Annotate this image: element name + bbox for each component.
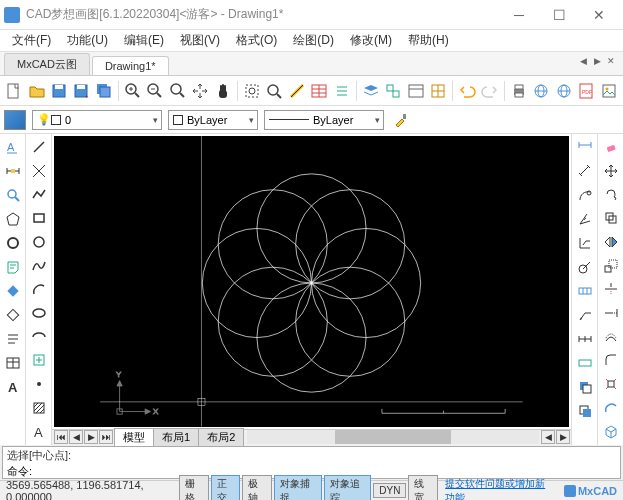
image-button[interactable] xyxy=(598,79,618,103)
save-button[interactable] xyxy=(49,79,69,103)
canvas[interactable]: Y X xyxy=(54,136,569,427)
table-button[interactable] xyxy=(309,79,329,103)
hscroll-left-button[interactable]: ◀ xyxy=(541,430,555,444)
layout-tab-2[interactable]: 布局2 xyxy=(198,428,244,447)
text-style-button[interactable]: A xyxy=(2,136,24,158)
save-all-button[interactable] xyxy=(94,79,114,103)
hatch-tool-button[interactable] xyxy=(28,397,50,419)
tab-prev-icon[interactable]: ◀ xyxy=(577,55,589,67)
tab-mxcad-cloud[interactable]: MxCAD云图 xyxy=(4,53,90,75)
zoom-fit-button[interactable] xyxy=(168,79,188,103)
trim-button[interactable] xyxy=(600,278,622,300)
table2-button[interactable] xyxy=(2,352,24,374)
hscroll-right-button[interactable]: ▶ xyxy=(556,430,570,444)
ellipse-arc-button[interactable] xyxy=(28,326,50,348)
layer-swatch-icon[interactable] xyxy=(4,110,26,130)
fillet-button[interactable] xyxy=(600,350,622,372)
stretch-arc-button[interactable] xyxy=(600,397,622,419)
mirror-button[interactable] xyxy=(600,231,622,253)
mtext-tool-button[interactable]: A xyxy=(28,421,50,443)
construction-line-button[interactable] xyxy=(28,160,50,182)
dim-angular-button[interactable] xyxy=(574,208,596,230)
line-tool-button[interactable] xyxy=(28,136,50,158)
web-button[interactable] xyxy=(531,79,551,103)
measure-button[interactable] xyxy=(287,79,307,103)
open-file-button[interactable] xyxy=(26,79,46,103)
redo-button[interactable] xyxy=(480,79,500,103)
match-properties-button[interactable] xyxy=(390,109,412,131)
h-scrollbar[interactable] xyxy=(247,430,539,444)
list-button[interactable] xyxy=(331,79,351,103)
menu-modify[interactable]: 修改(M) xyxy=(342,30,400,51)
pan-button[interactable] xyxy=(190,79,210,103)
menu-view[interactable]: 视图(V) xyxy=(172,30,228,51)
diamond-fill-button[interactable] xyxy=(2,280,24,302)
polyline-tool-button[interactable] xyxy=(28,183,50,205)
minimize-button[interactable]: ─ xyxy=(499,0,539,30)
status-osnap[interactable]: 对象捕捉 xyxy=(274,475,322,501)
linetype-combo[interactable]: ByLayer xyxy=(264,110,384,130)
3d-view-button[interactable] xyxy=(600,421,622,443)
single-text-button[interactable]: A xyxy=(2,376,24,398)
extend-button[interactable] xyxy=(600,302,622,324)
layout-first-button[interactable]: ⏮ xyxy=(54,430,68,444)
zoom-extents-button[interactable] xyxy=(264,79,284,103)
menu-edit[interactable]: 编辑(E) xyxy=(116,30,172,51)
explode-button[interactable] xyxy=(600,373,622,395)
zoom-in-button[interactable] xyxy=(123,79,143,103)
bring-front-button[interactable] xyxy=(574,400,596,422)
layout-last-button[interactable]: ⏭ xyxy=(99,430,113,444)
layout-tab-1[interactable]: 布局1 xyxy=(153,428,199,447)
style-note-button[interactable] xyxy=(2,256,24,278)
move-button[interactable] xyxy=(600,160,622,182)
arc-tool-button[interactable] xyxy=(28,278,50,300)
dim-ordinate-button[interactable] xyxy=(574,232,596,254)
diamond-outline-button[interactable] xyxy=(2,304,24,326)
layout-prev-button[interactable]: ◀ xyxy=(69,430,83,444)
rotate-button[interactable] xyxy=(600,183,622,205)
undo-button[interactable] xyxy=(457,79,477,103)
dim-radius-button[interactable] xyxy=(574,256,596,278)
polygon-tool-button[interactable] xyxy=(2,208,24,230)
status-lweight[interactable]: 线宽 xyxy=(408,475,438,501)
menu-function[interactable]: 功能(U) xyxy=(59,30,116,51)
layer-button[interactable] xyxy=(361,79,381,103)
hand-button[interactable] xyxy=(213,79,233,103)
menu-file[interactable]: 文件(F) xyxy=(4,30,59,51)
insert-block-button[interactable] xyxy=(28,350,50,372)
tab-drawing1[interactable]: Drawing1* xyxy=(92,56,169,75)
layout-next-button[interactable]: ▶ xyxy=(84,430,98,444)
leader-button[interactable] xyxy=(574,304,596,326)
new-file-button[interactable] xyxy=(4,79,24,103)
dim-linear-button[interactable] xyxy=(574,136,596,158)
status-otrack[interactable]: 对象追踪 xyxy=(324,475,372,501)
feedback-link[interactable]: 提交软件问题或增加新功能 xyxy=(440,476,557,501)
scale-button[interactable] xyxy=(600,255,622,277)
tab-close-icon[interactable]: ✕ xyxy=(605,55,617,67)
multiline-text-button[interactable] xyxy=(2,328,24,350)
send-back-button[interactable] xyxy=(574,376,596,398)
menu-draw[interactable]: 绘图(D) xyxy=(285,30,342,51)
close-button[interactable]: ✕ xyxy=(579,0,619,30)
status-ortho[interactable]: 正交 xyxy=(211,475,241,501)
status-dyn[interactable]: DYN xyxy=(373,483,406,498)
menu-help[interactable]: 帮助(H) xyxy=(400,30,457,51)
rectangle-tool-button[interactable] xyxy=(28,207,50,229)
find-button[interactable] xyxy=(2,184,24,206)
zoom-window-button[interactable] xyxy=(242,79,262,103)
status-grid[interactable]: 栅格 xyxy=(179,475,209,501)
point-tool-button[interactable] xyxy=(28,373,50,395)
circle-tool-button[interactable] xyxy=(28,231,50,253)
properties-button[interactable] xyxy=(405,79,425,103)
layer-combo[interactable]: 💡 0 xyxy=(32,110,162,130)
print-button[interactable] xyxy=(509,79,529,103)
copy-button[interactable] xyxy=(600,207,622,229)
zoom-out-button[interactable] xyxy=(145,79,165,103)
pdf-button[interactable]: PDF xyxy=(576,79,596,103)
save-as-button[interactable]: + xyxy=(71,79,91,103)
dim-arc-button[interactable] xyxy=(574,184,596,206)
spline-tool-button[interactable] xyxy=(28,255,50,277)
ellipse-tool-button[interactable] xyxy=(28,302,50,324)
maximize-button[interactable]: ☐ xyxy=(539,0,579,30)
color-combo[interactable]: ByLayer xyxy=(168,110,258,130)
